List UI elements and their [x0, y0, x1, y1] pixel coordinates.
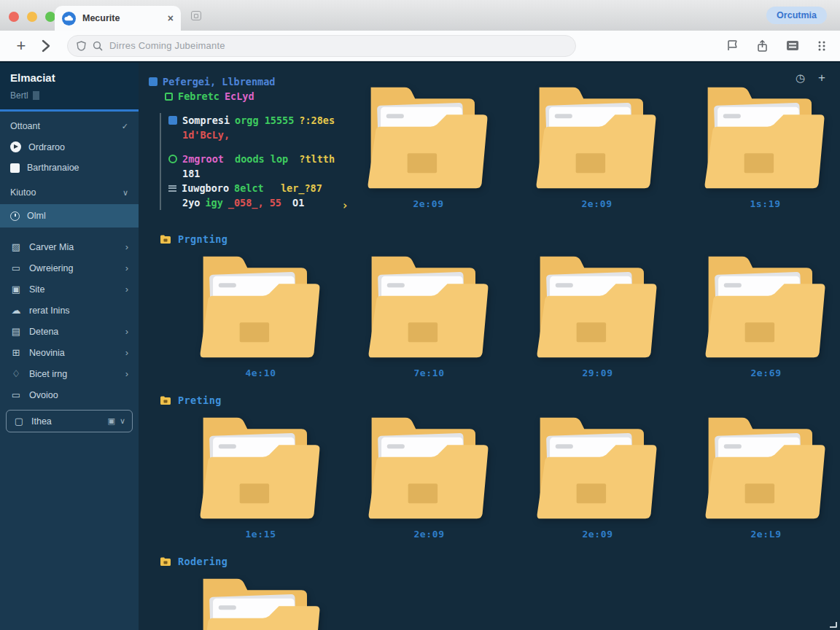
section-header[interactable]: Rodering [160, 556, 840, 567]
cloud-icon: ☁ [10, 305, 22, 316]
browser-tab[interactable]: Mecurite × [55, 6, 181, 31]
mini-box-icon: ▣ [108, 416, 115, 426]
code-tree-block: Pefergei, LlbrenmadFebretcEcLydSompresio… [149, 73, 344, 217]
sidebar-item-label: Olml [27, 211, 46, 221]
folder-time-label: 2e:09 [413, 529, 444, 540]
folder-item[interactable]: 4e:10 [176, 252, 345, 378]
sidebar-header: Elmaciat Bertl [0, 63, 139, 109]
profile-button[interactable]: Orcutmia [766, 7, 827, 24]
main-content: ◷ + Pefergei, LlbrenmadFebretcEcLydSompr… [139, 63, 840, 630]
sidebar-title: Elmaciat [10, 71, 128, 84]
sidebar-section-general[interactable]: Ottoant ✓ [0, 112, 139, 136]
folder-item[interactable]: 2e:09 [345, 413, 513, 540]
close-window-button[interactable] [9, 12, 19, 22]
section-header[interactable]: Preting [160, 394, 840, 406]
sidebar-item-label: Bicet irng [29, 369, 67, 379]
folder-icon [364, 83, 494, 195]
image-icon: ▨ [10, 241, 22, 252]
sidebar-item-label: Owreiering [29, 263, 73, 273]
address-bar[interactable]: Dirres Coming Jubeimante [67, 35, 576, 57]
document-icon: ▤ [10, 326, 22, 337]
sidebar-item-olml-selected[interactable]: Olml [0, 204, 139, 228]
sidebar-item-carver-mia[interactable]: ▨Carver Mia› [0, 236, 139, 257]
blue-square-icon [149, 77, 158, 86]
shield-icon [77, 41, 86, 51]
tab-title: Mecurite [82, 13, 161, 23]
section-label: Kiutoo [10, 187, 36, 198]
folder-item[interactable]: 1e:15 [176, 413, 345, 540]
chat-icon: ▭ [10, 389, 22, 400]
window-icon: ▭ [10, 262, 22, 273]
folder-time-label: 1s:19 [750, 198, 780, 209]
green-square-icon [165, 93, 173, 101]
section-label: Ottoant [10, 121, 40, 131]
folder-icon [196, 252, 326, 365]
sidebar-item-label: Ovoioo [29, 390, 58, 400]
folder-item[interactable]: 2e:09 [513, 83, 681, 209]
sidebar-item-rerat-inins[interactable]: ☁rerat Inins [0, 300, 139, 321]
folder-item[interactable]: 1s:19 [681, 83, 840, 209]
sidebar-item-barthranaioe[interactable]: Barthranaioe [0, 158, 139, 178]
section-header[interactable]: Prgnting [160, 233, 840, 245]
sidebar-item-site[interactable]: ▣Site› [0, 279, 139, 300]
yellow-bracket: › [341, 198, 349, 213]
sidebar-item-neovinia[interactable]: ⊞Neovinia› [0, 342, 139, 363]
folder-time-label: 29:09 [582, 368, 612, 378]
sidebar-item-ovoioo[interactable]: ▭Ovoioo [0, 384, 139, 405]
sidebar-section-library[interactable]: Kiutoo ∨ [0, 178, 139, 203]
sidebar-item-bicet-irng[interactable]: ♢Bicet irng› [0, 363, 139, 384]
toolbar-icons [726, 39, 827, 52]
window-titlebar: Mecurite × Orcutmia [0, 0, 840, 31]
sidebar-item-owreiering[interactable]: ▭Owreiering› [0, 257, 139, 279]
folder-time-label: 7e:10 [413, 368, 444, 378]
folder-item[interactable] [176, 575, 345, 630]
mini-folder-icon [160, 395, 171, 405]
forward-button[interactable] [36, 36, 55, 55]
sidebar-item-detena[interactable]: ▤Detena› [0, 321, 139, 342]
folder-icon [365, 252, 494, 365]
sidebar-item-label: Carver Mia [29, 242, 74, 252]
zoom-window-button[interactable] [45, 12, 55, 22]
tab-favicon-icon [62, 12, 76, 26]
folder-item[interactable]: 2e:69 [682, 252, 840, 378]
folder-item[interactable]: 29:09 [513, 252, 682, 378]
folder-icon [701, 83, 831, 195]
sidebar: Elmaciat Bertl Ottoant ✓ Ordraroo Barthr… [0, 63, 139, 630]
new-tab-page-icon[interactable] [191, 11, 201, 20]
flag-icon[interactable] [726, 39, 739, 52]
record-icon [10, 141, 21, 152]
folder-section: Prgnting 4e:10 7e:10 29:09 2e:69 [149, 233, 840, 378]
resize-corner-icon [830, 622, 837, 628]
reader-list-icon[interactable] [786, 40, 799, 51]
chevron-right-icon: › [125, 241, 128, 252]
share-icon[interactable] [756, 39, 769, 52]
chevron-down-icon: ∨ [122, 188, 128, 198]
folder-item[interactable]: 2e:09 [513, 413, 682, 540]
folder-icon [196, 575, 326, 630]
code-line: Pefergei, Llbrenmad [149, 74, 344, 89]
folder-icon [196, 413, 326, 526]
folder-time-label: 2e:09 [582, 529, 612, 540]
folder-item[interactable]: 2e:09 [344, 83, 513, 209]
sidebar-item-label: Barthranaioe [27, 163, 79, 173]
folder-icon [701, 252, 831, 365]
sidebar-item-ordraroo[interactable]: Ordraroo [0, 136, 139, 158]
folder-icon [533, 413, 663, 526]
folder-time-label: 2e:09 [413, 198, 443, 209]
folder-item[interactable]: 2e:L9 [682, 413, 840, 540]
folder-item[interactable]: 7e:10 [345, 252, 513, 378]
sidebar-subtitle: Bertl [10, 90, 28, 101]
sidebar-item-label: Ordraroo [28, 142, 65, 152]
sidebar-item-ithea[interactable]: ▢ Ithea ▣ ∨ [6, 410, 133, 432]
apps-grid-icon[interactable] [817, 40, 827, 52]
folder-sections: Pefergei, LlbrenmadFebretcEcLydSompresio… [149, 73, 840, 630]
chevron-right-icon: › [125, 326, 128, 337]
browser-toolbar: + Dirres Coming Jubeimante [0, 31, 840, 61]
folder-section-title: Rodering [178, 556, 228, 567]
mini-folder-icon [160, 556, 171, 567]
forward-icon [41, 39, 51, 52]
close-tab-icon[interactable]: × [168, 12, 174, 24]
minimize-window-button[interactable] [27, 12, 37, 22]
new-tab-button[interactable]: + [10, 35, 32, 57]
sidebar-list: ▨Carver Mia›▭Owreiering›▣Site›☁rerat Ini… [0, 236, 139, 405]
